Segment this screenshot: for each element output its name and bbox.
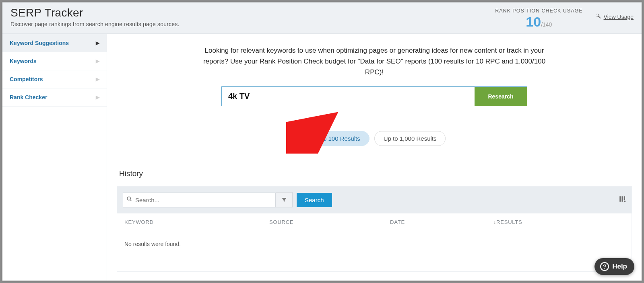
sidebar-item-label: Rank Checker xyxy=(10,94,47,100)
sidebar: Keyword Suggestions ▶ Keywords ▶ Competi… xyxy=(2,34,107,281)
top-bar: SERP Tracker Discover page rankings from… xyxy=(2,2,642,34)
col-source[interactable]: SOURCE xyxy=(269,219,390,225)
intro-text: Looking for relevant keywords to use whe… xyxy=(201,45,547,78)
sidebar-item-label: Keywords xyxy=(10,58,37,64)
columns-settings-icon xyxy=(619,195,626,203)
history-search-button[interactable]: Search xyxy=(297,193,332,207)
svg-line-2 xyxy=(130,200,131,201)
help-label: Help xyxy=(612,262,627,271)
svg-rect-3 xyxy=(619,196,621,202)
wrench-icon xyxy=(595,13,601,21)
keyword-input[interactable] xyxy=(222,87,475,106)
chevron-right-icon: ▶ xyxy=(96,58,99,64)
usage-label: RANK POSITION CHECK USAGE xyxy=(495,8,582,14)
help-button[interactable]: ? Help xyxy=(594,258,634,275)
usage-widget: RANK POSITION CHECK USAGE 10/140 xyxy=(495,6,582,30)
view-usage-link[interactable]: View Usage xyxy=(604,14,634,20)
sidebar-item-rank-checker[interactable]: Rank Checker ▶ xyxy=(2,88,107,107)
col-results[interactable]: RESULTS xyxy=(496,219,624,225)
sidebar-item-label: Keyword Suggestions xyxy=(10,40,69,46)
svg-rect-4 xyxy=(622,196,623,202)
usage-total-count: /140 xyxy=(541,21,552,28)
sidebar-item-keyword-suggestions[interactable]: Keyword Suggestions ▶ xyxy=(2,34,107,52)
results-limit-100[interactable]: Up to 100 Results xyxy=(303,131,369,146)
filter-icon xyxy=(281,197,287,203)
chevron-right-icon: ▶ xyxy=(96,40,99,46)
history-search-input[interactable] xyxy=(123,193,275,207)
keyword-search-row: Research xyxy=(221,86,527,106)
sidebar-item-keywords[interactable]: Keywords ▶ xyxy=(2,52,107,70)
svg-point-1 xyxy=(127,197,130,200)
history-panel: Search KEYWORD SOURCE DATE ↓ RESULTS xyxy=(117,186,632,272)
sidebar-item-competitors[interactable]: Competitors ▶ xyxy=(2,70,107,88)
history-empty: No results were found. xyxy=(117,231,632,271)
research-button[interactable]: Research xyxy=(475,87,527,106)
filter-button[interactable] xyxy=(276,192,293,207)
chevron-right-icon: ▶ xyxy=(96,94,99,100)
col-keyword[interactable]: KEYWORD xyxy=(124,219,269,225)
history-search-wrapper xyxy=(123,193,276,207)
col-date[interactable]: DATE xyxy=(390,219,483,225)
history-table-header: KEYWORD SOURCE DATE ↓ RESULTS xyxy=(117,213,632,231)
sidebar-item-label: Competitors xyxy=(10,76,43,82)
page-title: SERP Tracker xyxy=(10,6,495,19)
chevron-right-icon: ▶ xyxy=(96,76,99,82)
search-icon xyxy=(126,196,132,204)
sort-indicator[interactable]: ↓ xyxy=(483,219,496,225)
help-icon: ? xyxy=(600,262,609,271)
svg-point-6 xyxy=(624,201,626,203)
results-limit-1000[interactable]: Up to 1,000 Results xyxy=(374,131,446,146)
history-heading: History xyxy=(119,169,632,178)
usage-used-count: 10 xyxy=(526,14,541,29)
columns-settings-button[interactable] xyxy=(619,195,626,205)
page-subtitle: Discover page rankings from search engin… xyxy=(10,21,495,27)
svg-rect-5 xyxy=(624,196,625,200)
